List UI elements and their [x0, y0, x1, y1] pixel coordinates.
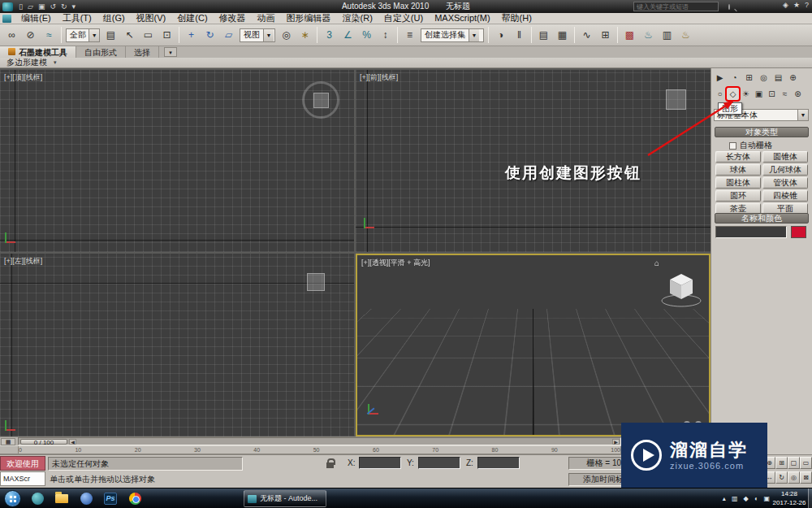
helpers-category-icon[interactable]: ⊡	[766, 88, 778, 100]
rendered-frame-icon[interactable]: ▥	[659, 27, 676, 44]
ribbon-minimize-icon[interactable]: ▾	[164, 47, 177, 57]
track-bar[interactable]: 010 2030 4050 6070 8090 100	[0, 445, 710, 454]
maxscript-mini-listener[interactable]: MAXScr	[0, 471, 45, 486]
security-tray-icon[interactable]: ◆	[743, 495, 748, 502]
create-tab-icon[interactable]: ▶	[714, 72, 726, 84]
spacewarps-category-icon[interactable]: ≈	[779, 88, 791, 100]
scale-icon[interactable]: ▱	[220, 27, 237, 44]
time-slider-track[interactable]: ◀ 0 / 100 ▶	[18, 437, 621, 445]
menu-create[interactable]: 创建(C)	[171, 13, 213, 24]
reference-coordinate-dropdown[interactable]: 视图 ▼	[240, 28, 275, 42]
mirror-icon[interactable]: ◑	[492, 27, 509, 44]
select-by-name-icon[interactable]: ▤	[102, 27, 119, 44]
box-button[interactable]: 长方体	[715, 151, 761, 163]
zoom-all-icon[interactable]: ⊞	[775, 457, 788, 469]
communication-center-icon[interactable]: ◈	[783, 1, 788, 9]
prev-frame-arrow-icon[interactable]: ◀	[69, 439, 76, 445]
media-app-icon[interactable]	[76, 491, 96, 506]
orbit-icon[interactable]: ↻	[775, 471, 788, 484]
start-button[interactable]	[4, 490, 21, 507]
select-and-link-icon[interactable]: ∞	[3, 27, 20, 44]
tab-freeform[interactable]: 自由形式	[76, 46, 126, 58]
fov-icon[interactable]: ◎	[788, 471, 800, 484]
show-desktop-button[interactable]	[808, 488, 812, 508]
object-color-swatch[interactable]	[791, 226, 806, 238]
menu-modifiers[interactable]: 修改器	[214, 13, 252, 24]
menu-graph-editors[interactable]: 图形编辑器	[281, 13, 337, 24]
angle-snap-icon[interactable]: ∠	[339, 27, 356, 44]
viewport-top[interactable]: [+][顶][线框]	[0, 70, 354, 252]
menu-group[interactable]: 组(G)	[97, 13, 131, 24]
motion-tab-icon[interactable]: ◎	[758, 72, 770, 84]
viewport-label-top[interactable]: [+][顶][线框]	[4, 72, 42, 83]
trackbar-toggle-icon[interactable]: ▦	[1, 438, 15, 445]
redo-icon[interactable]: ↻	[58, 1, 70, 12]
welcome-button[interactable]: 欢迎使用	[0, 456, 45, 471]
spinner-snap-icon[interactable]: ↕	[377, 27, 394, 44]
viewport-front[interactable]: [+][前][线框]	[356, 70, 710, 252]
chrome-icon[interactable]	[125, 491, 145, 506]
maximize-viewport-icon[interactable]: ⊠	[800, 471, 812, 484]
x-coordinate-field[interactable]	[359, 457, 401, 469]
torus-button[interactable]: 圆环	[715, 190, 761, 202]
chevron-down-icon[interactable]: ▼	[89, 29, 99, 41]
zoom-extents-icon[interactable]: ▢	[788, 457, 800, 469]
snap-toggle-icon[interactable]: 3	[321, 27, 338, 44]
edit-selsets-icon[interactable]: ≡	[401, 27, 418, 44]
viewport-label-perspective[interactable]: [+][透视][平滑 + 高光]	[361, 258, 430, 268]
percent-snap-icon[interactable]: %	[358, 27, 375, 44]
cone-button[interactable]: 圆锥体	[762, 151, 808, 163]
menu-animation[interactable]: 动画	[252, 13, 281, 24]
menu-edit[interactable]: 编辑(E)	[15, 13, 57, 24]
quick-access-menu-icon[interactable]: ▾	[69, 1, 78, 12]
tube-button[interactable]: 管状体	[762, 177, 808, 189]
chevron-down-icon[interactable]: ▼	[469, 29, 479, 41]
menu-maxscript[interactable]: MAXScript(M)	[429, 13, 495, 24]
shapes-category-icon[interactable]: ◇	[727, 88, 739, 100]
lights-category-icon[interactable]: ☀	[740, 88, 752, 100]
save-file-icon[interactable]: ▣	[36, 1, 48, 12]
rect-region-icon[interactable]: ▭	[140, 27, 157, 44]
new-scene-icon[interactable]: ▯	[16, 1, 25, 12]
open-file-icon[interactable]: ▱	[25, 1, 36, 12]
y-coordinate-field[interactable]	[418, 457, 460, 469]
autogrid-checkbox[interactable]: 自动栅格	[729, 140, 772, 151]
hierarchy-tab-icon[interactable]: ⊞	[743, 72, 755, 84]
viewcube-home-icon[interactable]: ⌂	[654, 258, 659, 267]
move-icon[interactable]: +	[183, 27, 200, 44]
ribbon-toggle-icon[interactable]: ▦	[554, 27, 571, 44]
menu-tools[interactable]: 工具(T)	[57, 13, 97, 24]
sphere-button[interactable]: 球体	[715, 164, 761, 176]
render-setup-icon[interactable]: ♨	[640, 27, 657, 44]
rotate-icon[interactable]: ↻	[201, 27, 218, 44]
search-box[interactable]	[633, 2, 719, 11]
viewcube-icon[interactable]	[307, 273, 325, 291]
viewport-left[interactable]: [+][左][线框]	[0, 254, 354, 436]
chevron-down-icon[interactable]: ▼	[797, 110, 808, 120]
named-selection-dropdown[interactable]: 创建选择集 ▼	[421, 28, 484, 42]
bind-spacewarp-icon[interactable]: ≈	[41, 27, 58, 44]
application-menu-icon[interactable]	[2, 2, 13, 11]
panel-polygon-modeling[interactable]: 多边形建模	[0, 57, 54, 68]
use-center-icon[interactable]: ◎	[278, 27, 295, 44]
modify-tab-icon[interactable]: ◔	[728, 72, 741, 84]
object-name-field[interactable]	[715, 226, 787, 238]
viewcube-icon[interactable]	[659, 267, 705, 309]
language-tray-icon[interactable]: ▣	[763, 495, 770, 502]
pyramid-button[interactable]: 四棱锥	[762, 190, 808, 202]
favorites-icon[interactable]: ★	[793, 1, 800, 9]
viewcube-icon[interactable]	[666, 89, 686, 110]
photoshop-icon[interactable]: Ps	[101, 491, 120, 506]
align-icon[interactable]: ‖	[511, 27, 528, 44]
material-editor-icon[interactable]: ▩	[621, 27, 638, 44]
utilities-tab-icon[interactable]: ⊕	[787, 72, 799, 84]
manipulate-icon[interactable]: ∗	[296, 27, 313, 44]
volume-tray-icon[interactable]: ◖	[754, 495, 758, 502]
time-slider-handle[interactable]: 0 / 100	[20, 439, 67, 445]
search-icon[interactable]	[728, 4, 730, 10]
select-object-icon[interactable]: ↖	[121, 27, 138, 44]
geometry-category-icon[interactable]: ○	[714, 88, 726, 100]
tab-graphite-tools[interactable]: 石墨建模工具	[0, 46, 76, 58]
display-tab-icon[interactable]: ▤	[772, 72, 784, 84]
z-coordinate-field[interactable]	[477, 457, 520, 469]
